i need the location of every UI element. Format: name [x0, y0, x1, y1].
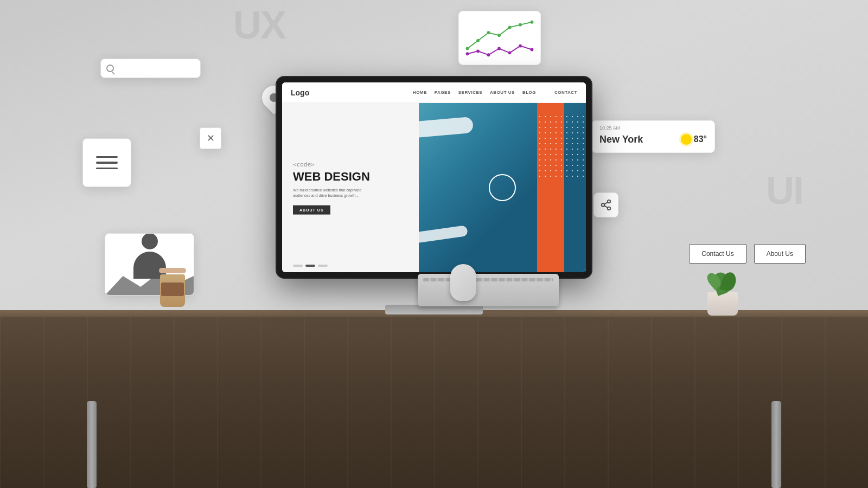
hero-title: WEB DESIGN — [293, 170, 380, 183]
weather-time: 10:25 AM — [599, 125, 620, 131]
svg-point-11 — [508, 51, 512, 54]
website-navbar: Logo HOME PAGES SERVICES ABOUT US BLOG C… — [282, 82, 586, 103]
hamburger-large-line-1 — [96, 156, 118, 158]
close-button[interactable]: ✕ — [200, 127, 221, 149]
nav-home[interactable]: HOME — [413, 90, 427, 95]
coffee-cup — [160, 268, 185, 311]
desk-leg-right — [771, 401, 781, 488]
sun-icon — [681, 134, 692, 145]
weather-widget: 10:25 AM New York 83° — [591, 120, 715, 153]
svg-point-13 — [531, 48, 534, 52]
cup-lid — [159, 268, 186, 273]
monitor-screen-inner: Logo HOME PAGES SERVICES ABOUT US BLOG C… — [282, 82, 586, 272]
weather-city: New York — [599, 134, 643, 145]
svg-point-12 — [519, 44, 522, 48]
svg-point-4 — [508, 26, 512, 29]
website-hero: <code> WEB DESIGN We build creative webs… — [282, 103, 586, 272]
cup-body — [160, 274, 185, 307]
temperature-value: 83° — [694, 134, 707, 144]
person-head — [142, 234, 158, 249]
weather-temp: 83° — [681, 134, 707, 145]
svg-point-9 — [487, 53, 490, 56]
nav-about[interactable]: ABOUT US — [490, 90, 515, 95]
share-icon — [600, 199, 612, 211]
hero-code: <code> — [293, 161, 380, 168]
hero-about-button[interactable]: ABOUT US — [293, 205, 330, 214]
search-icon — [106, 65, 114, 72]
mouse — [450, 264, 476, 301]
website-logo: Logo — [291, 88, 309, 97]
cup-sleeve — [161, 282, 184, 296]
contact-us-button[interactable]: Contact Us — [689, 244, 746, 264]
nav-services[interactable]: SERVICES — [458, 90, 482, 95]
cta-buttons-container: Contact Us About Us — [689, 244, 806, 264]
svg-line-17 — [604, 206, 608, 208]
svg-point-3 — [497, 34, 501, 37]
svg-point-6 — [531, 21, 534, 24]
svg-point-15 — [602, 203, 605, 207]
svg-point-7 — [466, 52, 469, 55]
hero-image — [419, 103, 586, 272]
slider-dot-1[interactable] — [293, 265, 303, 267]
keyboard — [418, 274, 559, 306]
svg-point-10 — [497, 47, 501, 50]
ux-text: UX — [233, 3, 285, 47]
hero-brush-stroke-2 — [419, 225, 468, 243]
plant — [707, 292, 738, 316]
plant-pot — [707, 292, 738, 316]
ui-text: UI — [766, 168, 803, 213]
chart-svg — [464, 17, 535, 59]
slider-dot-2[interactable] — [305, 265, 315, 267]
svg-point-8 — [476, 49, 480, 53]
desk-leg-left — [87, 401, 97, 488]
svg-point-2 — [487, 31, 490, 34]
hero-circle — [489, 174, 516, 201]
nav-contact[interactable]: CONTACT — [554, 90, 577, 95]
svg-point-0 — [466, 47, 469, 50]
hamburger-large-line-3 — [96, 168, 118, 170]
search-bar[interactable] — [100, 59, 201, 78]
nav-pages[interactable]: PAGES — [435, 90, 451, 95]
close-icon: ✕ — [207, 132, 215, 144]
hero-dots-pattern — [537, 114, 586, 179]
svg-point-14 — [608, 200, 611, 203]
slider-dot-3[interactable] — [318, 265, 328, 267]
svg-point-1 — [476, 39, 480, 42]
share-widget[interactable] — [593, 192, 618, 217]
slider-dots — [293, 265, 328, 267]
nav-blog[interactable]: BLOG — [522, 90, 536, 95]
svg-point-5 — [519, 23, 522, 27]
desk-background — [0, 314, 868, 488]
hero-brush-stroke-1 — [419, 117, 474, 138]
about-us-button[interactable]: About Us — [754, 244, 806, 264]
svg-line-18 — [604, 202, 608, 204]
svg-point-16 — [608, 207, 611, 210]
hamburger-large-line-2 — [96, 162, 118, 164]
hamburger-menu-large[interactable] — [82, 138, 131, 187]
website-nav-links: HOME PAGES SERVICES ABOUT US BLOG CONTAC… — [413, 90, 577, 95]
hero-description: We build creative websites that captivat… — [293, 188, 380, 198]
chart-widget — [458, 11, 541, 65]
hero-content: <code> WEB DESIGN We build creative webs… — [293, 161, 380, 215]
monitor-screen-outer: Logo HOME PAGES SERVICES ABOUT US BLOG C… — [277, 77, 591, 278]
